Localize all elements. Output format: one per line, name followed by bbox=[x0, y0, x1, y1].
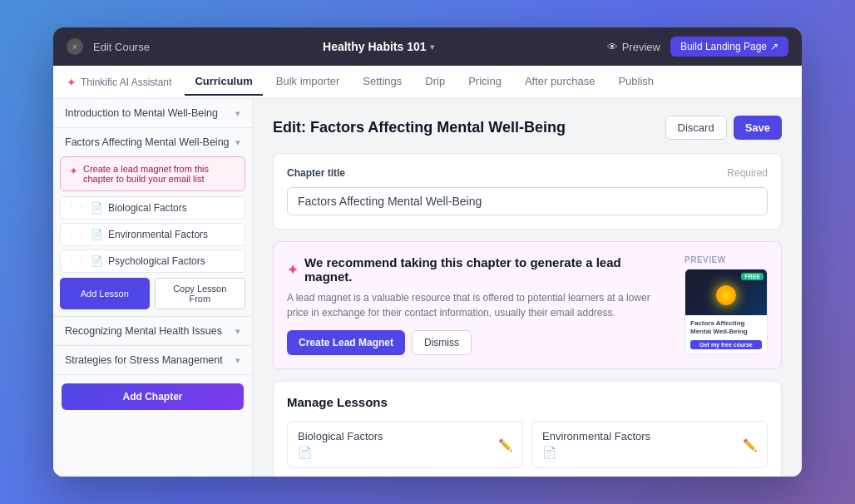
chevron-down-icon: ▾ bbox=[235, 355, 240, 366]
discard-button[interactable]: Discard bbox=[665, 116, 727, 140]
promo-description: A lead magnet is a valuable resource tha… bbox=[287, 290, 671, 320]
lesson-card-environmental: Environmental Factors 📄 ✏️ bbox=[531, 421, 768, 468]
preview-label: PREVIEW bbox=[684, 255, 768, 264]
chevron-down-icon: ▾ bbox=[235, 326, 240, 337]
brand-logo: ✦ Thinkific AI Assistant bbox=[67, 76, 171, 89]
chapter-3-header[interactable]: Recognizing Mental Health Issues ▾ bbox=[53, 317, 252, 345]
manage-lessons-title: Manage Lessons bbox=[287, 395, 768, 409]
sun-decoration bbox=[716, 285, 736, 305]
tab-publish[interactable]: Publish bbox=[608, 68, 664, 96]
lead-magnet-banner[interactable]: ✦ Create a lead magnet from this chapter… bbox=[60, 156, 245, 191]
lessons-grid: Biological Factors 📄 ✏️ Environmental Fa… bbox=[287, 421, 768, 477]
preview-card: FREE Factors Affecting Mental Well-Being… bbox=[684, 269, 768, 354]
header-actions: Discard Save bbox=[665, 116, 782, 140]
lesson-name: Biological Factors bbox=[298, 430, 383, 442]
chapter-1-header[interactable]: Introduction to Mental Well-Being ▾ bbox=[53, 99, 252, 127]
chapter-2-content: ✦ Create a lead magnet from this chapter… bbox=[53, 156, 252, 316]
edit-icon[interactable]: ✏️ bbox=[743, 438, 757, 452]
create-lead-magnet-button[interactable]: Create Lead Magnet bbox=[287, 330, 405, 355]
course-title: Healthy Habits 101 ▾ bbox=[323, 40, 434, 53]
promo-content: ✦ We recommend taking this chapter to ge… bbox=[287, 255, 671, 355]
build-landing-page-button[interactable]: Build Landing Page ↗ bbox=[670, 37, 788, 57]
eye-icon: 👁 bbox=[607, 41, 618, 53]
promo-title: ✦ We recommend taking this chapter to ge… bbox=[287, 255, 671, 284]
edit-icon[interactable]: ✏️ bbox=[498, 438, 512, 452]
lesson-card-biological: Biological Factors 📄 ✏️ bbox=[287, 421, 523, 468]
chapter-3: Recognizing Mental Health Issues ▾ bbox=[53, 317, 252, 346]
nav-tabs: ✦ Thinkific AI Assistant Curriculum Bulk… bbox=[53, 66, 802, 99]
drag-handle-icon: ⋮⋮ bbox=[67, 256, 86, 267]
tab-curriculum[interactable]: Curriculum bbox=[185, 68, 262, 96]
chevron-down-icon: ▾ bbox=[235, 137, 240, 148]
chapter-1: Introduction to Mental Well-Being ▾ bbox=[53, 99, 252, 128]
manage-lessons-card: Manage Lessons Biological Factors 📄 ✏️ E… bbox=[273, 381, 782, 477]
drag-handle-icon: ⋮⋮ bbox=[67, 203, 86, 214]
required-label: Required bbox=[727, 167, 768, 179]
drag-handle-icon: ⋮⋮ bbox=[67, 230, 86, 240]
page-title: Edit: Factors Affecting Mental Well-Bein… bbox=[273, 119, 566, 136]
top-bar-right: 👁 Preview Build Landing Page ↗ bbox=[607, 37, 788, 57]
document-icon: 📄 bbox=[542, 446, 650, 459]
lesson-actions: Add Lesson Copy Lesson From bbox=[60, 278, 245, 309]
dismiss-button[interactable]: Dismiss bbox=[412, 330, 472, 355]
promo-actions: Create Lead Magnet Dismiss bbox=[287, 330, 671, 355]
sidebar: Introduction to Mental Well-Being ▾ Fact… bbox=[53, 99, 253, 477]
preview-image: FREE bbox=[685, 269, 767, 315]
tab-drip[interactable]: Drip bbox=[415, 68, 455, 96]
document-icon: 📄 bbox=[298, 446, 383, 459]
main-layout: Introduction to Mental Well-Being ▾ Fact… bbox=[53, 99, 802, 477]
sparkle-icon: ✦ bbox=[69, 165, 78, 177]
add-chapter-button[interactable]: Add Chapter bbox=[62, 383, 244, 410]
tab-after-purchase[interactable]: After purchase bbox=[515, 68, 605, 96]
sidebar-lesson-biological[interactable]: ⋮⋮ 📄 Biological Factors bbox=[60, 196, 245, 220]
preview-button[interactable]: 👁 Preview bbox=[607, 41, 660, 53]
document-icon: 📄 bbox=[91, 255, 103, 267]
sidebar-lesson-environmental[interactable]: ⋮⋮ 📄 Environmental Factors bbox=[60, 223, 245, 246]
sparkle-icon: ✦ bbox=[287, 262, 298, 278]
chapter-2-header[interactable]: Factors Affecting Mental Well-Being ▾ bbox=[53, 128, 252, 156]
chapter-2: Factors Affecting Mental Well-Being ▾ ✦ … bbox=[53, 128, 252, 317]
chapter-title-input[interactable] bbox=[287, 187, 768, 215]
lead-magnet-promo: ✦ We recommend taking this chapter to ge… bbox=[273, 241, 782, 369]
lesson-name: Environmental Factors bbox=[542, 430, 650, 442]
content-area: Edit: Factors Affecting Mental Well-Bein… bbox=[253, 99, 802, 477]
tab-bulk-importer[interactable]: Bulk importer bbox=[266, 68, 350, 96]
preview-cta: Get my free course bbox=[690, 340, 762, 349]
chapter-4: Strategies for Stress Management ▾ bbox=[53, 346, 252, 375]
close-button[interactable]: × bbox=[67, 38, 83, 55]
chapter-4-header[interactable]: Strategies for Stress Management ▾ bbox=[53, 346, 252, 374]
chapter-title-label: Chapter title Required bbox=[287, 167, 768, 179]
document-icon: 📄 bbox=[91, 229, 103, 240]
chevron-down-icon: ▾ bbox=[235, 108, 240, 119]
edit-course-label: Edit Course bbox=[93, 41, 150, 53]
tab-settings[interactable]: Settings bbox=[353, 68, 412, 96]
thinkific-icon: ✦ bbox=[67, 76, 77, 89]
top-bar-center: Healthy Habits 101 ▾ bbox=[160, 40, 597, 53]
app-window: × Edit Course Healthy Habits 101 ▾ 👁 Pre… bbox=[53, 27, 802, 477]
copy-lesson-button[interactable]: Copy Lesson From bbox=[155, 278, 246, 309]
promo-preview: PREVIEW FREE Factors Affecting Mental We… bbox=[684, 255, 768, 354]
free-tag: FREE bbox=[741, 273, 764, 280]
top-bar: × Edit Course Healthy Habits 101 ▾ 👁 Pre… bbox=[53, 27, 802, 66]
chevron-down-icon: ▾ bbox=[430, 42, 434, 52]
document-icon: 📄 bbox=[91, 202, 103, 214]
content-header: Edit: Factors Affecting Mental Well-Bein… bbox=[273, 116, 782, 140]
preview-card-title: Factors Affecting Mental Well-Being bbox=[690, 319, 762, 337]
tab-pricing[interactable]: Pricing bbox=[458, 68, 512, 96]
sidebar-lesson-psychological[interactable]: ⋮⋮ 📄 Psychological Factors bbox=[60, 250, 245, 273]
add-lesson-button[interactable]: Add Lesson bbox=[60, 278, 150, 309]
save-button[interactable]: Save bbox=[734, 116, 782, 140]
chapter-title-card: Chapter title Required bbox=[273, 153, 782, 230]
external-link-icon: ↗ bbox=[770, 41, 778, 52]
